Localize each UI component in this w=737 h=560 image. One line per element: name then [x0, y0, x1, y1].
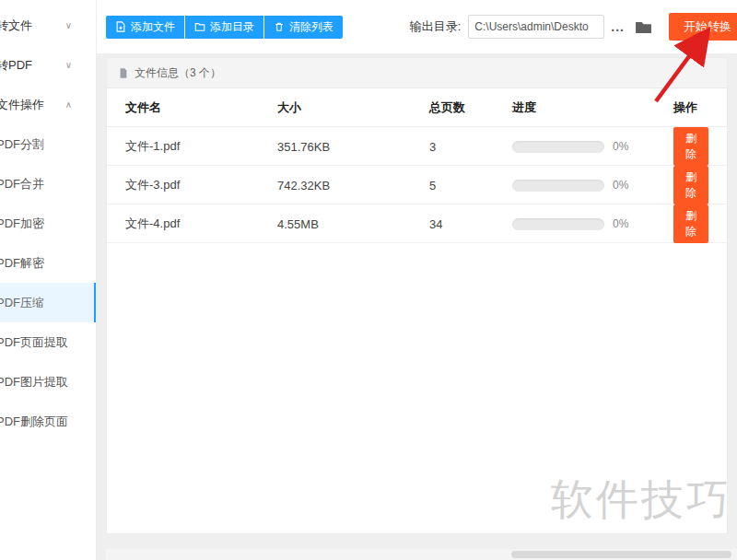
sidebar-group-label: 文件操作: [0, 85, 44, 124]
delete-button[interactable]: 删除: [673, 166, 708, 204]
table-row: 文件-4.pdf 4.55MB 34 0% 删除: [107, 204, 727, 243]
table-row: 文件-1.pdf 351.76KB 3 0% 删除: [107, 127, 727, 166]
file-name-cell: 文件-4.pdf: [125, 216, 277, 232]
column-header-progress: 进度: [512, 99, 673, 116]
column-header-size: 大小: [277, 99, 429, 116]
delete-button[interactable]: 删除: [673, 204, 708, 243]
chevron-down-icon: ∨: [65, 6, 72, 45]
clear-list-label: 清除列表: [289, 19, 333, 35]
sidebar-group-label: 转文件: [0, 6, 32, 45]
add-directory-button[interactable]: 添加目录: [185, 16, 263, 39]
file-info-bar: 文件信息（3 个）: [107, 58, 727, 88]
progress-cell: 0%: [512, 217, 673, 230]
sidebar-item-label: PDF解密: [0, 243, 44, 283]
sidebar-group-to-file[interactable]: 转文件 ∨: [0, 6, 96, 45]
sidebar-item-label: PDF合并: [0, 164, 44, 204]
clear-list-button[interactable]: 清除列表: [264, 16, 343, 39]
table-header-row: 文件名 大小 总页数 进度 操作: [107, 88, 727, 127]
document-icon: [118, 67, 129, 79]
horizontal-scrollbar[interactable]: [106, 549, 737, 560]
sidebar: 转文件 ∨ 转PDF ∨ 文件操作 ∧ PDF分割 PDF合并 PDF加密 PD…: [0, 0, 97, 560]
progress-bar: [512, 218, 604, 230]
table-row: 文件-3.pdf 742.32KB 5 0% 删除: [107, 166, 727, 204]
open-folder-button[interactable]: [631, 20, 656, 34]
sidebar-group-to-pdf[interactable]: 转PDF ∨: [0, 45, 96, 85]
sidebar-item-pdf-merge[interactable]: PDF合并: [0, 164, 96, 204]
delete-button[interactable]: 删除: [673, 127, 708, 166]
chevron-up-icon: ∧: [65, 85, 72, 124]
add-directory-label: 添加目录: [210, 19, 254, 35]
file-name-cell: 文件-1.pdf: [125, 138, 277, 155]
sidebar-item-pdf-page-extract[interactable]: PDF页面提取: [0, 322, 96, 362]
chevron-down-icon: ∨: [65, 45, 72, 85]
sidebar-item-pdf-compress[interactable]: PDF压缩: [0, 283, 96, 322]
column-header-pages: 总页数: [429, 99, 512, 116]
sidebar-item-label: PDF加密: [0, 204, 44, 243]
sidebar-item-label: PDF压缩: [0, 283, 44, 322]
file-size-cell: 351.76KB: [277, 140, 429, 154]
progress-bar: [512, 180, 604, 192]
toolbar-button-group: 添加文件 添加目录 清除列表: [106, 16, 343, 39]
progress-bar: [512, 141, 604, 153]
folder-plus-icon: [194, 21, 205, 32]
page-count-cell: 3: [429, 140, 512, 154]
file-list-panel: 文件信息（3 个） 文件名 大小 总页数 进度 操作 文件-1.pdf 351.…: [106, 57, 728, 534]
sidebar-item-label: PDF删除页面: [0, 402, 68, 441]
progress-percent: 0%: [613, 140, 628, 153]
sidebar-item-pdf-decrypt[interactable]: PDF解密: [0, 243, 96, 283]
sidebar-item-pdf-delete-pages[interactable]: PDF删除页面: [0, 402, 96, 441]
add-file-button[interactable]: 添加文件: [106, 16, 184, 39]
progress-cell: 0%: [512, 179, 673, 192]
sidebar-group-label: 转PDF: [0, 45, 32, 85]
folder-icon: [635, 20, 652, 34]
progress-percent: 0%: [613, 179, 628, 192]
app-window: 转文件 ∨ 转PDF ∨ 文件操作 ∧ PDF分割 PDF合并 PDF加密 PD…: [0, 0, 737, 560]
sidebar-item-pdf-encrypt[interactable]: PDF加密: [0, 204, 96, 243]
sidebar-group-file-operations[interactable]: 文件操作 ∧: [0, 85, 96, 124]
column-header-action: 操作: [673, 99, 708, 116]
sidebar-item-label: PDF分割: [0, 124, 44, 164]
toolbar: 添加文件 添加目录 清除列表 输出目录: ...: [97, 0, 737, 53]
output-directory-label: 输出目录:: [410, 18, 462, 35]
main-content: 添加文件 添加目录 清除列表 输出目录: ...: [97, 0, 737, 560]
sidebar-item-pdf-image-extract[interactable]: PDF图片提取: [0, 362, 96, 402]
page-count-cell: 5: [429, 179, 512, 192]
output-directory-area: 输出目录: ... 开始转换: [410, 13, 737, 41]
file-size-cell: 742.32KB: [277, 179, 429, 192]
file-name-cell: 文件-3.pdf: [125, 177, 277, 193]
sidebar-item-label: PDF页面提取: [0, 322, 68, 362]
add-file-icon: [115, 21, 126, 32]
page-count-cell: 34: [429, 217, 512, 231]
scrollbar-thumb[interactable]: [511, 551, 731, 558]
browse-more-button[interactable]: ...: [604, 19, 631, 34]
add-file-label: 添加文件: [131, 19, 175, 35]
output-directory-input[interactable]: [468, 15, 604, 39]
progress-percent: 0%: [613, 217, 628, 230]
sidebar-item-pdf-split[interactable]: PDF分割: [0, 124, 96, 164]
column-header-filename: 文件名: [125, 99, 277, 116]
start-convert-button[interactable]: 开始转换: [669, 13, 737, 41]
file-size-cell: 4.55MB: [277, 217, 429, 231]
sidebar-item-label: PDF图片提取: [0, 362, 68, 402]
progress-cell: 0%: [512, 140, 673, 153]
file-info-title: 文件信息（3 个）: [135, 65, 221, 81]
trash-icon: [274, 21, 285, 32]
